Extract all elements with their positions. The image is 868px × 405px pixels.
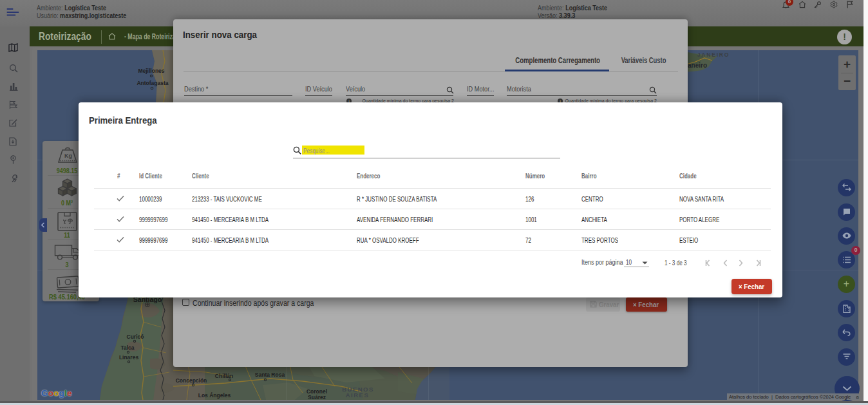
svg-text:Curicó: Curicó [127, 334, 144, 340]
svg-text:Chillán: Chillán [215, 373, 233, 379]
svg-text:Los Ángeles: Los Ángeles [198, 392, 231, 399]
svg-text:Suárez: Suárez [308, 394, 326, 400]
svg-text:JANEIRO: JANEIRO [697, 52, 730, 58]
svg-text:Concepción: Concepción [176, 377, 207, 384]
svg-text:Santa Rosa: Santa Rosa [255, 372, 285, 378]
svg-text:AIRES: AIRES [346, 391, 370, 399]
svg-text:aneiro: aneiro [688, 62, 707, 69]
svg-text:Mejillones: Mejillones [138, 68, 164, 74]
svg-text:Kg: Kg [64, 153, 72, 159]
svg-text:Talca: Talca [120, 344, 134, 351]
svg-text:Antofagasta: Antofagasta [137, 80, 168, 86]
svg-text:Linares: Linares [119, 354, 139, 361]
